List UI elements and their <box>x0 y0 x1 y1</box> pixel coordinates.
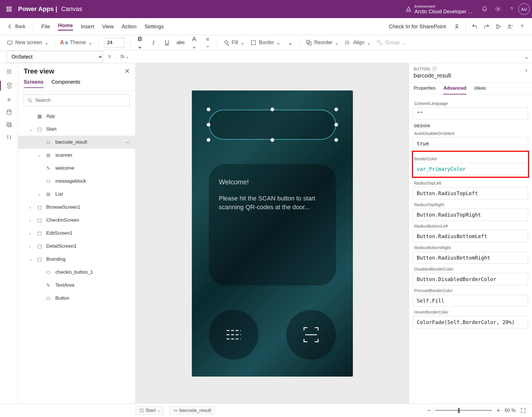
zoom-slider[interactable] <box>435 410 492 411</box>
selected-button[interactable] <box>209 110 336 140</box>
formula-input[interactable] <box>132 51 521 62</box>
app-name: Canvas <box>61 5 82 13</box>
border-button[interactable]: Border⌄ <box>250 40 281 46</box>
resize-handle[interactable] <box>334 107 338 111</box>
app-checker-icon[interactable] <box>454 23 460 30</box>
tree-item-browsescreen1[interactable]: ›▢BrowseScreen1 <box>18 201 135 214</box>
redo-icon[interactable] <box>483 23 490 30</box>
app-launcher-icon[interactable] <box>2 6 16 12</box>
resize-handle[interactable] <box>207 123 210 127</box>
prop-input[interactable] <box>413 187 528 199</box>
share-icon[interactable] <box>507 23 513 30</box>
prop-label: RadiusTopRight <box>414 202 528 207</box>
notifications-icon[interactable] <box>478 2 491 16</box>
close-tree-icon[interactable]: ✕ <box>125 68 130 75</box>
reorder-button[interactable]: Reorder⌄ <box>306 40 339 46</box>
strikethrough-icon[interactable]: abc <box>177 40 184 46</box>
expand-props-icon[interactable]: › <box>526 67 527 74</box>
font-color-icon[interactable]: A ⌄ <box>190 35 198 50</box>
align-button[interactable]: Align⌄ <box>345 40 371 46</box>
tree-item-textarea[interactable]: ✎TextArea <box>18 279 135 292</box>
fit-screen-icon[interactable] <box>520 407 526 414</box>
tree-item-welcome[interactable]: ✎welcome <box>18 162 135 175</box>
resize-handle[interactable] <box>207 107 210 111</box>
tree-search-input[interactable]: Search <box>24 94 130 106</box>
scan-circle-button[interactable] <box>286 310 336 360</box>
menu-settings[interactable]: Settings <box>144 23 164 30</box>
help-icon[interactable] <box>505 2 518 16</box>
tree-item-branding[interactable]: ⌄▢Branding <box>18 253 135 266</box>
menu-view[interactable]: View <box>102 23 114 30</box>
prop-input[interactable] <box>413 295 528 307</box>
resize-handle[interactable] <box>207 138 210 142</box>
tab-ideas[interactable]: Ideas <box>474 83 486 94</box>
resize-handle[interactable] <box>270 107 274 111</box>
breadcrumb-screen[interactable]: Start ⌄ <box>136 406 164 415</box>
font-size-input[interactable] <box>104 38 124 48</box>
tree-view-icon[interactable] <box>0 81 18 90</box>
tab-properties[interactable]: Properties <box>414 83 435 94</box>
tree-item-messageblock[interactable]: ⬭messageblock <box>18 175 135 188</box>
info-icon[interactable]: ? <box>432 67 437 71</box>
menu-file[interactable]: File <box>42 23 50 30</box>
tree-item-checkin_button_1[interactable]: ⬭checkin_button_1 <box>18 266 135 279</box>
fill-button[interactable]: Fill⌄ <box>223 40 245 46</box>
tree-item-barcode_result[interactable]: ⬭barcode_result⋯ <box>18 136 135 149</box>
underline-icon[interactable]: U <box>163 39 171 46</box>
prop-label: HoverBorderColor <box>414 310 528 314</box>
menu-insert[interactable]: Insert <box>81 23 94 30</box>
avatar[interactable]: AU <box>518 3 530 15</box>
advanced-tools-icon[interactable] <box>6 134 12 140</box>
tree-app[interactable]: ▦App <box>18 110 135 123</box>
check-in-link[interactable]: Check In for SharePoint <box>389 23 446 30</box>
insert-icon[interactable] <box>6 97 12 103</box>
resize-handle[interactable] <box>334 123 338 127</box>
new-screen-button[interactable]: New screen ⌄ <box>7 40 49 46</box>
prop-input[interactable] <box>413 137 528 150</box>
undo-icon[interactable] <box>472 23 478 30</box>
help-menu-icon[interactable] <box>519 23 525 30</box>
italic-icon[interactable]: I <box>149 39 157 46</box>
property-selector[interactable]: OnSelect <box>7 51 103 63</box>
tree-item-scanner[interactable]: ›⊞scanner <box>18 149 135 162</box>
zoom-out-icon[interactable]: − <box>427 407 431 414</box>
resize-handle[interactable] <box>334 138 338 142</box>
welcome-panel[interactable]: Welcome! Please hit the SCAN button to s… <box>209 164 336 286</box>
prop-input[interactable] <box>413 316 528 328</box>
prop-input[interactable] <box>413 252 528 264</box>
tab-components[interactable]: Components <box>51 79 80 88</box>
zoom-in-icon[interactable]: + <box>496 407 500 414</box>
menu-circle-button[interactable] <box>209 310 259 360</box>
data-icon[interactable] <box>6 109 12 115</box>
prop-input[interactable] <box>413 273 528 285</box>
overflow-chevron[interactable]: ⌄ <box>286 39 294 46</box>
svg-point-3 <box>7 8 8 10</box>
back-button[interactable]: Back <box>7 23 25 30</box>
environment-picker[interactable]: Environment Arctic Cloud Developer ... <box>405 4 472 15</box>
menu-home[interactable]: Home <box>58 22 73 31</box>
prop-input[interactable] <box>413 209 528 221</box>
tree-item-detailscreen1[interactable]: ›▢DetailScreen1 <box>18 240 135 253</box>
hamburger-icon[interactable] <box>6 68 12 75</box>
tree-item-editscreen1[interactable]: ›▢EditScreen1 <box>18 227 135 240</box>
breadcrumb-control[interactable]: barcode_result <box>170 406 215 415</box>
tab-screens[interactable]: Screens <box>24 79 44 88</box>
tree-item-start[interactable]: ⌄▢Start <box>18 123 135 136</box>
play-icon[interactable] <box>495 23 501 30</box>
media-icon[interactable] <box>6 122 12 128</box>
prop-input[interactable] <box>413 163 528 175</box>
tab-advanced[interactable]: Advanced <box>443 83 466 94</box>
resize-handle[interactable] <box>270 138 274 142</box>
tree-item-button[interactable]: ⬭Button <box>18 292 135 305</box>
menu-action[interactable]: Action <box>121 23 136 30</box>
theme-button[interactable]: Aa Theme ⌄ <box>60 40 92 46</box>
prop-input[interactable] <box>413 230 528 242</box>
canvas[interactable]: Welcome! Please hit the SCAN button to s… <box>136 63 409 403</box>
text-align-icon[interactable]: ≡ ⌄ <box>204 36 212 49</box>
tree-item-checkinscreen[interactable]: ›▢CheckInScreen <box>18 214 135 227</box>
expand-formula-icon[interactable]: ⌄ <box>521 53 532 60</box>
bold-icon[interactable]: B ⌄ <box>136 35 144 50</box>
tree-item-list[interactable]: ›⊞List <box>18 188 135 201</box>
settings-icon[interactable] <box>491 2 505 16</box>
prop-input-contentlanguage[interactable] <box>413 107 528 120</box>
